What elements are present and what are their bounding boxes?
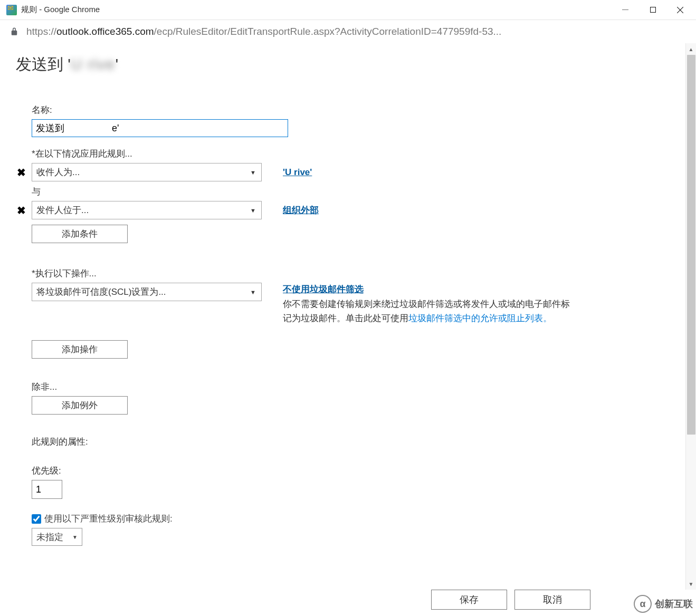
condition-2-select-value: 发件人位于... (36, 204, 89, 216)
chevron-down-icon: ▼ (250, 289, 256, 295)
priority-label: 优先级: (32, 465, 677, 477)
add-action-button[interactable]: 添加操作 (32, 340, 128, 359)
scroll-thumb[interactable] (687, 55, 695, 435)
condition-1-select[interactable]: 收件人为... ▼ (32, 163, 262, 181)
watermark: α 创新互联 (634, 595, 693, 613)
and-label: 与 (32, 186, 677, 198)
action-info-title[interactable]: 不使用垃圾邮件筛选 (283, 283, 578, 296)
window-title: 规则 - Google Chrome (21, 5, 100, 15)
maximize-button[interactable] (639, 1, 666, 19)
chevron-down-icon: ▼ (72, 534, 78, 540)
address-bar[interactable]: https://outlook.office365.com/ecp/RulesE… (0, 20, 696, 43)
condition-1-value-link[interactable]: 'U rive' (283, 167, 312, 178)
spam-filter-link[interactable]: 垃圾邮件筛选中的允许或阻止列表。 (408, 313, 552, 323)
remove-condition-2-icon[interactable]: ✖ (17, 204, 32, 217)
scroll-down-icon[interactable]: ▼ (686, 578, 696, 590)
watermark-text: 创新互联 (655, 598, 693, 610)
add-condition-button[interactable]: 添加条件 (32, 225, 128, 243)
footer: 保存 取消 (0, 590, 696, 616)
title-prefix: 发送到 ' (16, 55, 71, 73)
properties-label: 此规则的属性: (32, 436, 677, 448)
action-select-value: 将垃圾邮件可信度(SCL)设置为... (36, 286, 166, 298)
app-icon (6, 5, 17, 15)
apply-rule-label: *在以下情况应用此规则... (32, 148, 677, 160)
chevron-down-icon: ▼ (250, 207, 256, 214)
minimize-button[interactable] (612, 1, 639, 19)
title-redacted: U rive (71, 55, 115, 73)
severity-label: 使用以下严重性级别审核此规则: (44, 513, 173, 525)
priority-input[interactable] (32, 480, 62, 499)
severity-checkbox[interactable] (32, 514, 41, 524)
page-title: 发送到 'U rive' (16, 54, 677, 75)
condition-2-select[interactable]: 发件人位于... ▼ (32, 201, 262, 219)
url-path: /ecp/RulesEditor/EditTransportRule.aspx?… (154, 26, 502, 37)
url-host: outlook.office365.com (56, 26, 154, 37)
scroll-up-icon[interactable]: ▲ (686, 43, 696, 55)
do-following-label: *执行以下操作... (32, 267, 677, 280)
chevron-down-icon: ▼ (250, 169, 256, 176)
close-button[interactable] (666, 1, 694, 19)
title-suffix: ' (115, 55, 118, 73)
window-controls (612, 1, 694, 19)
window-titlebar: 规则 - Google Chrome (0, 0, 696, 20)
condition-2-value-link[interactable]: 组织外部 (283, 204, 319, 216)
except-label: 除非... (32, 381, 677, 393)
scrollbar[interactable]: ▲ ▼ (685, 43, 696, 590)
save-button[interactable]: 保存 (431, 590, 507, 610)
content-area: 发送到 'U rive' 名称: *在以下情况应用此规则... ✖ 收件人为..… (0, 43, 696, 590)
condition-1-select-value: 收件人为... (36, 166, 80, 178)
watermark-icon: α (634, 595, 652, 613)
name-label: 名称: (32, 104, 677, 116)
svg-rect-1 (650, 7, 655, 13)
url-scheme: https:// (26, 26, 56, 37)
name-input[interactable] (32, 119, 288, 137)
lock-icon (9, 27, 19, 36)
remove-condition-1-icon[interactable]: ✖ (17, 166, 32, 179)
cancel-button[interactable]: 取消 (514, 590, 590, 610)
severity-select[interactable]: 未指定 ▼ (32, 528, 82, 546)
severity-select-value: 未指定 (36, 531, 63, 543)
action-select[interactable]: 将垃圾邮件可信度(SCL)设置为... ▼ (32, 283, 262, 301)
action-info: 不使用垃圾邮件筛选 你不需要创建传输规则来绕过垃圾邮件筛选或将发件人或域的电子邮… (283, 283, 578, 325)
add-exception-button[interactable]: 添加例外 (32, 396, 128, 415)
